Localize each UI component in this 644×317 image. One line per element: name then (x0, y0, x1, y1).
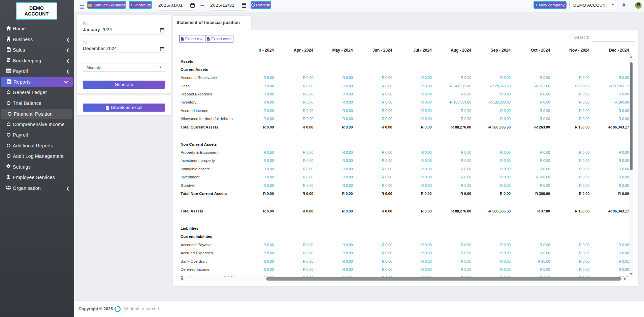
svg-text:$: $ (6, 69, 8, 73)
svg-text:x: x (8, 80, 10, 84)
svg-text:x: x (106, 107, 108, 109)
